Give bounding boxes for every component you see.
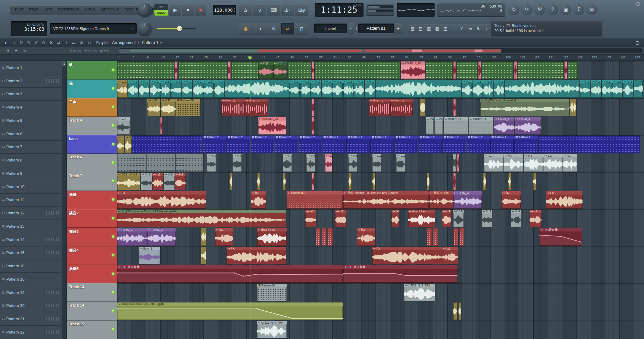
clip-v-1[interactable]: ↦ V..1: [580, 80, 590, 97]
clip-v-1[interactable]: ↦ V..1: [354, 80, 364, 97]
clip-v-1[interactable]: ↦ V..1: [171, 80, 181, 97]
clip-开场teknova-la-dios-el-party-acapel[interactable]: ↦ 开场Teknova - la Dios..el Party (Acapel: [343, 191, 429, 209]
channel-rack-window-icon[interactable]: ▥: [425, 24, 433, 33]
clip-v-9[interactable]: ↦ V..9: [233, 154, 242, 171]
clip-v-9[interactable]: ↦ V..9: [372, 154, 381, 171]
pattern-list-item[interactable]: ⊟Pattern 5: [0, 114, 62, 127]
clip-v-1[interactable]: ↦ V..1: [365, 80, 375, 97]
clip-audio[interactable]: [257, 173, 260, 190]
clip-pattern[interactable]: [453, 228, 458, 245]
track-header-14[interactable]: Track 14: [67, 302, 117, 320]
oscilloscope[interactable]: [397, 3, 435, 17]
clip-v-f[interactable]: ↦ V..F: [125, 136, 132, 153]
clip-pattern-78[interactable]: ⊟ Pattern 78: [176, 99, 200, 116]
pattern-list-item[interactable]: ⊟Pattern 12: [0, 207, 62, 220]
clip-fx2[interactable]: ↦ fx2: [305, 210, 316, 227]
clip-pattern[interactable]: [328, 228, 333, 245]
pattern-list-item[interactable]: ⊟Pattern 11: [0, 194, 62, 207]
clip-pattern-80[interactable]: ⊟ Pattern 80: [287, 191, 343, 209]
track-mute-led[interactable]: [112, 309, 115, 312]
clip-pattern-2[interactable]: ⊟ Pattern 2: [370, 136, 394, 153]
clip-fx2[interactable]: ↦ fx2: [442, 210, 451, 227]
one-click-record-icon[interactable]: ↻: [508, 4, 519, 15]
track-mute-led[interactable]: [112, 235, 115, 238]
menu-item-add[interactable]: ADD: [41, 8, 55, 12]
wait-input-icon[interactable]: ∪: [253, 4, 266, 16]
add-pattern-button[interactable]: +: [395, 24, 402, 33]
clip-v-1[interactable]: ↦ V..1: [300, 80, 311, 97]
clip-v-1[interactable]: ↦ V..1: [343, 80, 354, 97]
touch-controller-icon[interactable]: ↝: [466, 24, 474, 33]
clip-ufd2_n-4_frk[interactable]: ↦ UFD2_N..4_FRK: [404, 284, 435, 301]
pattern-list-item[interactable]: ⊟Pattern 22: [0, 326, 62, 339]
clip-pattern[interactable]: [433, 228, 438, 245]
clip-v-9[interactable]: ↦ V..9: [306, 154, 315, 171]
gear-icon[interactable]: ⚙: [267, 23, 280, 34]
plugin-picker-icon[interactable]: ❏: [450, 24, 457, 33]
piano-roll-icon[interactable]: ▤: [417, 24, 425, 33]
plugin-connector-icon[interactable]: ↧: [573, 4, 584, 15]
clip-pattern[interactable]: [147, 154, 175, 171]
clip-fx2[interactable]: ↦ fx2: [215, 228, 233, 245]
clip-audio[interactable]: [201, 228, 207, 245]
track-mute-led[interactable]: [112, 328, 115, 331]
pattern-display[interactable]: Pattern 81: [358, 24, 394, 33]
track-mute-led[interactable]: [112, 69, 115, 72]
track-header-3[interactable]: 千声: [67, 98, 117, 117]
clip-fx-02_3[interactable]: ↦ FX-02_3: [494, 117, 515, 135]
clip-pattern[interactable]: [231, 61, 259, 79]
clip-fx2[interactable]: ↦ fx2: [152, 173, 163, 190]
clip-pattern[interactable]: [482, 61, 513, 79]
track-header-10[interactable]: 插音3: [67, 228, 117, 246]
track-header-2[interactable]: 嚎: [67, 80, 117, 98]
clip-audio[interactable]: [225, 80, 289, 97]
clip-audio[interactable]: [564, 61, 567, 79]
zoom-icon[interactable]: ⊕: [78, 39, 85, 46]
help-icon[interactable]: ?: [547, 4, 558, 15]
clip-pattern-80[interactable]: ⊟ Pattern 80: [257, 284, 287, 301]
clip-v-9[interactable]: ↦ V..9: [511, 210, 521, 227]
minimize-button[interactable]: –: [628, 1, 634, 6]
track-mute-led[interactable]: [112, 272, 115, 276]
draw-pencil-icon[interactable]: ✎: [25, 39, 32, 46]
clip-audio[interactable]: [453, 99, 456, 116]
clip-pa-[interactable]: ⊟ Pa..: [426, 117, 434, 135]
clip-fx2[interactable]: ↦ fx2: [530, 210, 542, 227]
clip-pattern[interactable]: [132, 136, 202, 153]
clip-fx2[interactable]: ↦ fx2: [392, 210, 399, 227]
clip-fx2[interactable]: ↦ fx2: [175, 173, 186, 190]
clip-c-p[interactable]: ↦ c..p: [259, 61, 273, 79]
clip-pattern-2[interactable]: ⊟ Pattern 2: [323, 136, 346, 153]
clip-pattern-2[interactable]: ⊟ Pattern 2: [514, 136, 538, 153]
track-mute-led[interactable]: [112, 105, 115, 109]
clip-v-f[interactable]: ↦ V..F: [504, 154, 523, 171]
clip-pattern[interactable]: [460, 228, 465, 245]
clip-v-2[interactable]: ↦ V..2: [117, 80, 127, 97]
step-edit-icon[interactable]: Ш+: [281, 4, 294, 16]
pattern-list-item[interactable]: ⊟Pattern 19: [0, 286, 62, 299]
clip-v-9[interactable]: ↦ V..9: [207, 154, 216, 171]
track-mute-led[interactable]: [112, 87, 115, 90]
pattern-list-item[interactable]: ⊟Pattern 3: [0, 88, 62, 101]
clip-audio[interactable]: [533, 173, 536, 190]
playback-speaker-icon[interactable]: ◁: [85, 39, 92, 46]
clip-audio[interactable]: [508, 173, 511, 190]
tuner-icon[interactable]: Y: [458, 24, 466, 33]
clip-area[interactable]: ↦ c..p↦ c..p↦ KSHM..L_05↦ V..2↦ V..1↦ V.…: [117, 61, 644, 339]
clip-audio[interactable]: [453, 61, 456, 79]
pattern-list-item[interactable]: ⊟Pattern 20: [0, 299, 62, 313]
pattern-list-item[interactable]: ⊟Pattern 4: [0, 101, 62, 114]
mute-icon[interactable]: ✖: [48, 39, 55, 46]
pattern-list-item[interactable]: ⊟Pattern 7: [0, 141, 62, 154]
clip-fx[interactable]: ↦ FX: [372, 247, 443, 264]
breadcrumb-pattern[interactable]: Pattern 1: [142, 40, 159, 45]
clip-pattern[interactable]: [568, 61, 578, 79]
magnet-icon[interactable]: Ω: [18, 39, 25, 46]
pat-mode-button[interactable]: PAT: [154, 4, 168, 10]
clip-fx[interactable]: ↦ FX: [546, 191, 583, 209]
pattern-list-item[interactable]: ⊟Pattern 10: [0, 180, 62, 194]
clip-v-1[interactable]: ↦ V..1: [182, 80, 192, 97]
clip-pattern[interactable]: [117, 61, 174, 79]
clip-audio[interactable]: [427, 173, 429, 190]
track-header-6[interactable]: Track 6: [67, 154, 117, 172]
